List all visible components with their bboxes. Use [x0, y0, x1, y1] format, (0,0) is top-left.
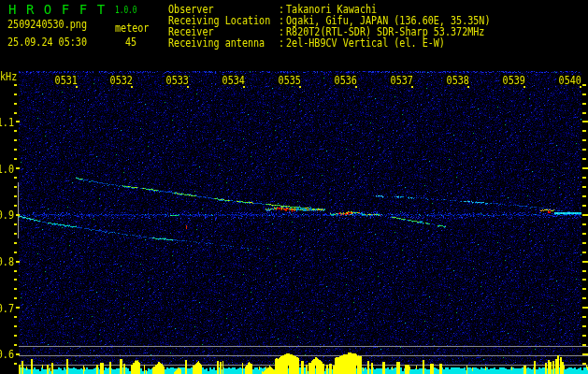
x-label-0531: 0531 — [52, 75, 77, 85]
y-label-0.7: 0.7 — [0, 303, 14, 314]
y-label-0.6: 0.6 — [0, 349, 14, 360]
y-label-1.0: 1.0 — [0, 164, 14, 175]
app-title: HROFFT — [8, 4, 115, 16]
x-label-0537: 0537 — [389, 75, 413, 85]
datetime-label: 25.09.24 05:30 — [7, 36, 87, 48]
y-label-1.1: 1.1 — [0, 117, 14, 128]
x-label-0538: 0538 — [445, 75, 469, 85]
y-label-0.9: 0.9 — [0, 209, 14, 221]
info-value-antenna: 2el-HB9CV Vertical (el. E-W) — [286, 37, 445, 49]
y-axis-unit: kHz — [0, 71, 17, 82]
y-label-0.8: 0.8 — [0, 256, 14, 267]
x-label-0540: 0540 — [556, 75, 581, 85]
x-label-0534: 0534 — [221, 75, 245, 85]
x-label-0535: 0535 — [277, 75, 301, 85]
x-label-0536: 0536 — [333, 75, 357, 85]
spectrogram-canvas — [0, 0, 588, 374]
info-sep: : — [279, 37, 284, 49]
mode-label: meteor — [115, 22, 149, 34]
x-label-0533: 0533 — [165, 75, 189, 85]
app-version: 1.0.0 — [115, 6, 136, 15]
x-label-0539: 0539 — [501, 75, 525, 85]
x-label-0532: 0532 — [108, 75, 133, 85]
info-label-antenna: Receiving antenna — [168, 37, 265, 49]
hrofft-window: HROFFT 1.0.0 2509240530.png meteor 25.09… — [0, 0, 588, 374]
echo-count: 45 — [125, 36, 136, 48]
file-name: 2509240530.png — [7, 19, 87, 30]
